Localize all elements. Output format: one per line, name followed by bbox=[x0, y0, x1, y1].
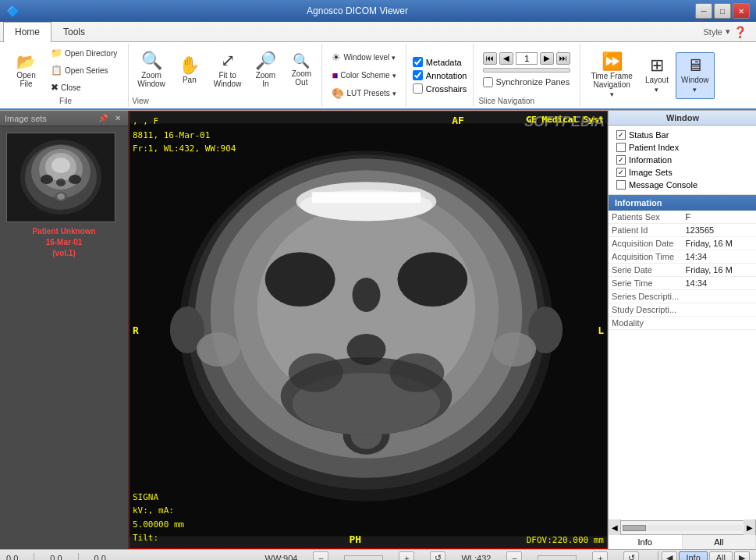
open-directory-button[interactable]: 📁 Open Directory bbox=[46, 45, 122, 61]
minimize-button[interactable]: ─ bbox=[695, 3, 712, 19]
info-row-label: Patients Sex bbox=[609, 211, 683, 224]
info-controls: ◀ Info All ▶ bbox=[658, 551, 750, 561]
viewer-label-l: L bbox=[598, 324, 604, 336]
scroll-right-button[interactable]: ▶ bbox=[744, 519, 756, 537]
color-scheme-dropdown-icon[interactable]: ▾ bbox=[392, 72, 396, 80]
thumbnail-area: Patient Unknown 16-Mar-01 (vol.1) bbox=[0, 126, 128, 265]
thumbnail-container[interactable] bbox=[6, 133, 115, 222]
patient-index-checkbox[interactable] bbox=[616, 143, 626, 152]
divider-2 bbox=[78, 553, 79, 561]
all-tab-button[interactable]: All bbox=[709, 551, 733, 561]
color-scheme-label: Color Scheme bbox=[340, 71, 389, 80]
first-frame-button[interactable]: ⏮ bbox=[483, 52, 497, 65]
wl-slider[interactable] bbox=[538, 555, 577, 561]
annotation-checkbox-row[interactable]: Annotation bbox=[413, 70, 467, 80]
sync-panes-button[interactable]: Synchronize Panes bbox=[478, 76, 575, 89]
close-button-ribbon[interactable]: ✖ Close bbox=[46, 80, 122, 95]
last-frame-button[interactable]: ⏭ bbox=[556, 52, 570, 65]
color-scheme-button[interactable]: ■ Color Scheme ▾ bbox=[327, 67, 400, 83]
zoom-in-button[interactable]: 🔎 Zoom In bbox=[248, 47, 282, 94]
lut-presets-button[interactable]: 🎨 LUT Presets ▾ bbox=[327, 85, 400, 101]
info-panel-header: Information bbox=[609, 195, 756, 211]
open-series-button[interactable]: 📋 Open Series bbox=[46, 62, 122, 78]
scroll-thumb bbox=[623, 525, 646, 531]
information-item[interactable]: Information bbox=[613, 154, 752, 166]
tab-home[interactable]: Home bbox=[3, 22, 51, 42]
ww-reset-button[interactable]: ↺ bbox=[430, 551, 445, 561]
view-group-label: View bbox=[132, 95, 318, 105]
tab-tools[interactable]: Tools bbox=[51, 22, 97, 41]
viewer-overlay-bl: SIGNA kV:, mA: 5.00000 mm Tilt: bbox=[133, 491, 184, 545]
metadata-checkbox[interactable] bbox=[413, 57, 423, 67]
message-console-item[interactable]: Message Console bbox=[613, 179, 752, 191]
window-controls: ─ □ ✕ bbox=[695, 3, 750, 19]
svg-point-6 bbox=[51, 158, 70, 173]
prev-frame-button[interactable]: ◀ bbox=[499, 52, 513, 65]
window-button[interactable]: 🖥 Window ▾ bbox=[676, 52, 715, 99]
info-table-row: Study Descripti... bbox=[609, 303, 756, 317]
slice-slider[interactable] bbox=[483, 68, 570, 73]
tab-all[interactable]: All bbox=[683, 535, 757, 549]
file-group-label: File bbox=[59, 95, 72, 105]
open-file-button[interactable]: 📂 Open File bbox=[9, 48, 43, 92]
window-level-button[interactable]: ☀ Window level ▾ bbox=[327, 49, 400, 66]
frame-number-input[interactable] bbox=[516, 52, 538, 65]
zoom-out-button[interactable]: 🔍 Zoom Out bbox=[284, 47, 318, 94]
maximize-button[interactable]: □ bbox=[714, 3, 731, 19]
window-level-dropdown-icon[interactable]: ▾ bbox=[392, 54, 396, 62]
status-bar-checkbox[interactable] bbox=[616, 130, 626, 140]
lut-dropdown-icon[interactable]: ▾ bbox=[392, 90, 396, 97]
scroll-track[interactable] bbox=[623, 525, 742, 531]
ww-plus-button[interactable]: + bbox=[399, 551, 414, 561]
pin-icon[interactable]: 📌 bbox=[96, 113, 110, 123]
close-button[interactable]: ✕ bbox=[733, 3, 750, 19]
info-row-value: 123565 bbox=[683, 224, 757, 237]
zoom-window-button[interactable]: 🔍 Zoom Window bbox=[132, 47, 171, 94]
image-sets-checkbox[interactable] bbox=[616, 168, 626, 177]
wl-minus-button[interactable]: − bbox=[506, 551, 522, 561]
ww-minus-button[interactable]: − bbox=[313, 551, 328, 561]
fit-to-window-button[interactable]: ⤢ Fit to Window bbox=[208, 47, 247, 94]
wl-reset-button[interactable]: ↺ bbox=[623, 551, 639, 561]
app-title: Agnosco DICOM Viewer bbox=[20, 5, 695, 16]
ribbon: Home Tools Style ▾ ❓ 📂 Open File 📁 Open … bbox=[0, 22, 756, 111]
crosshairs-checkbox-row[interactable]: Crosshairs bbox=[413, 83, 467, 94]
svg-point-31 bbox=[289, 353, 343, 392]
information-checkbox[interactable] bbox=[616, 155, 626, 165]
nav-forward-button[interactable]: ▶ bbox=[734, 551, 750, 561]
info-table: Patients SexFPatient Id123565Acquisition… bbox=[609, 211, 756, 520]
wl-value: WL:432 bbox=[461, 554, 491, 561]
slice-navigation: ⏮ ◀ ▶ ⏭ bbox=[478, 52, 575, 65]
info-table-row: Acquisition DateFriday, 16 M bbox=[609, 237, 756, 250]
viewer-label-r: R bbox=[133, 324, 139, 336]
scroll-left-button[interactable]: ◀ bbox=[609, 519, 621, 537]
help-icon[interactable]: ❓ bbox=[733, 26, 747, 38]
layout-button[interactable]: ⊞ Layout ▾ bbox=[640, 52, 674, 99]
viewer-area[interactable]: SOFTPEDIA , , F 8811, 16-Mar-01 Fr:1, WL… bbox=[129, 111, 608, 549]
style-dropdown-icon[interactable]: ▾ bbox=[726, 27, 730, 37]
viewer-label-af: AF bbox=[452, 115, 464, 126]
next-frame-button[interactable]: ▶ bbox=[540, 52, 554, 65]
nav-back-button[interactable]: ◀ bbox=[662, 551, 677, 561]
title-bar: 🔷 Agnosco DICOM Viewer ─ □ ✕ bbox=[0, 0, 756, 22]
svg-point-22 bbox=[265, 252, 335, 307]
viewer-ge-label: GE Medical Syst bbox=[527, 115, 604, 125]
brain-scan-svg bbox=[129, 111, 608, 549]
wl-plus-button[interactable]: + bbox=[592, 551, 608, 561]
tab-info[interactable]: Info bbox=[609, 535, 683, 549]
annotation-checkbox[interactable] bbox=[413, 70, 423, 80]
patient-index-item[interactable]: Patient Index bbox=[613, 141, 752, 154]
status-bar: 0.0 0.0 0.0 WW:904 − + ↺ WL:432 − + ↺ ◀ … bbox=[0, 549, 756, 560]
panel-close-icon[interactable]: ✕ bbox=[112, 113, 123, 123]
sync-panes-checkbox[interactable] bbox=[483, 77, 493, 87]
lut-presets-label: LUT Presets bbox=[346, 89, 389, 97]
message-console-checkbox[interactable] bbox=[616, 180, 626, 190]
ww-slider[interactable] bbox=[344, 555, 383, 561]
info-tab-button[interactable]: Info bbox=[679, 551, 707, 561]
metadata-checkbox-row[interactable]: Metadata bbox=[413, 57, 467, 67]
crosshairs-checkbox[interactable] bbox=[413, 83, 423, 94]
pan-button[interactable]: ✋ Pan bbox=[172, 47, 207, 94]
time-frame-nav-button[interactable]: ⏩ Time Frame Navigation ▾ bbox=[585, 49, 638, 102]
status-bar-item[interactable]: Status Bar bbox=[613, 129, 752, 141]
image-sets-item[interactable]: Image Sets bbox=[613, 166, 752, 179]
